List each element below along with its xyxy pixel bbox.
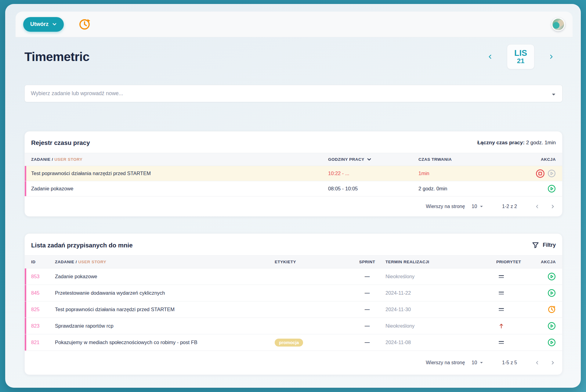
task-sprint: — [349,301,385,318]
task-row[interactable]: 853 Zadanie pokazowe — Nieokreślony [25,268,562,285]
task-priority [494,268,530,285]
rows-per-page-select[interactable]: 10 [472,204,483,209]
chevron-left-icon [534,360,540,366]
priority-medium-icon [499,308,504,311]
task-list-title: Lista zadań przypisanych do mnie [31,242,133,249]
timer-running-button[interactable] [548,305,556,314]
play-icon [548,185,556,193]
previous-day-button[interactable] [487,53,494,60]
next-page-button[interactable] [550,360,556,366]
task-id: 853 [31,268,55,285]
play-icon-disabled [548,169,556,178]
task-sprint: — [349,285,385,301]
chevron-left-icon [534,203,540,210]
stop-timer-button[interactable] [536,169,545,178]
next-day-button[interactable] [548,53,555,60]
start-timer-button-disabled[interactable] [548,169,556,178]
dropdown-caret-icon[interactable] [552,92,556,97]
task-row[interactable]: 825 Test poprawności działania narzędzi … [25,301,562,318]
column-priority: PRIORYTET [494,260,530,264]
sort-descending-icon [367,157,371,162]
column-hours[interactable]: GODZINY PRACY [328,157,418,162]
task-row[interactable]: 823 Sprawdzanie raportów rcp — Nieokreśl… [25,318,562,334]
chevron-right-icon [550,360,556,366]
task-sprint: — [349,268,385,285]
page-content: Timemetric LIS 21 [5,44,581,375]
time-log-actions [510,181,556,196]
start-timer-button[interactable] [548,272,556,281]
time-log-row[interactable]: Zadanie pokazowe 08:05 - 10:05 2 godz. 0… [25,181,562,196]
date-day: 21 [517,57,524,65]
pagination-range: 1-2 z 2 [502,204,517,209]
task-id: 823 [31,318,55,334]
start-timer-button[interactable] [548,289,556,297]
date-navigator: LIS 21 [487,44,555,69]
task-id: 845 [31,285,55,301]
task-sprint: — [349,318,385,334]
start-timer-button[interactable] [548,338,556,347]
time-log-task-name: Test poprawności działania narzędzi prze… [31,166,328,181]
time-history-button[interactable] [78,18,91,31]
chevron-left-icon [487,53,494,60]
rows-per-page-label: Wierszy na stronę [426,204,465,209]
main-panel: Utwórz Timemetric [5,4,581,388]
task-id: 825 [31,301,55,318]
start-timer-button[interactable] [548,322,556,330]
rows-per-page-value: 10 [472,204,477,209]
rows-per-page-select[interactable]: 10 [472,360,483,365]
avatar[interactable] [552,18,565,31]
task-name: Zadanie pokazowe [55,268,275,285]
start-timer-button[interactable] [548,185,556,193]
task-actions [530,268,556,285]
label-badge: promocja [275,339,303,347]
task-name: Przetestowanie dodawania wydarzeń cyklic… [55,285,275,301]
priority-medium-icon [499,292,504,294]
task-due-date: 2024-11-30 [385,301,494,318]
task-select-input[interactable] [24,85,562,102]
previous-page-button[interactable] [534,203,540,210]
task-name: Test poprawności działania narzędzi prze… [55,301,275,318]
column-sprint: SPRINT [349,260,385,264]
task-list-card: Lista zadań przypisanych do mnie Filtry … [24,233,562,375]
task-labels [275,268,349,285]
previous-page-button[interactable] [534,360,540,366]
time-log-row-active[interactable]: Test poprawności działania narzędzi prze… [25,166,562,181]
column-task-label: ZADANIE / [31,157,53,162]
column-task-label: ZADANIE / [55,260,77,264]
task-row[interactable]: 845 Przetestowanie dodawania wydarzeń cy… [25,285,562,301]
current-date-box[interactable]: LIS 21 [507,44,534,69]
rows-per-page-value: 10 [472,360,477,365]
column-id: ID [31,260,55,264]
task-labels [275,301,349,318]
column-task: ZADANIE / USER STORY [31,157,328,162]
dropdown-caret-icon [480,205,483,208]
task-select [24,85,562,102]
time-log-duration: 1min [418,166,510,181]
time-log-header: Rejestr czasu pracy Łączny czas pracy: 2… [25,131,562,153]
total-work-time-value: 2 godz. 1min [526,140,556,146]
task-actions [530,301,556,318]
task-priority [494,301,530,318]
time-log-task-name: Zadanie pokazowe [31,181,328,196]
time-log-title: Rejestr czasu pracy [31,139,90,146]
task-priority [494,318,530,334]
column-labels: ETYKIETY [275,260,349,264]
time-log-column-headers: ZADANIE / USER STORY GODZINY PRACY CZAS … [25,153,562,166]
time-log-hours: 08:05 - 10:05 [328,181,418,196]
next-page-button[interactable] [550,203,556,210]
pagination-range: 1-5 z 5 [502,360,517,365]
filter-funnel-icon [532,241,539,249]
rows-per-page-label: Wierszy na stronę [426,360,465,365]
filters-button[interactable]: Filtry [532,241,556,249]
play-icon [548,338,556,347]
create-button[interactable]: Utwórz [23,17,64,32]
task-priority [494,285,530,301]
task-name: Sprawdzanie raportów rcp [55,318,275,334]
column-action: AKCJA [530,260,556,264]
priority-medium-icon [499,341,504,344]
task-row[interactable]: 821 Pokazujemy w mediach społecznościowy… [25,334,562,351]
priority-medium-icon [499,275,504,278]
time-log-card: Rejestr czasu pracy Łączny czas pracy: 2… [24,131,562,217]
time-log-pagination: Wierszy na stronę 10 1-2 z 2 [25,196,562,216]
clock-history-icon [548,305,556,314]
